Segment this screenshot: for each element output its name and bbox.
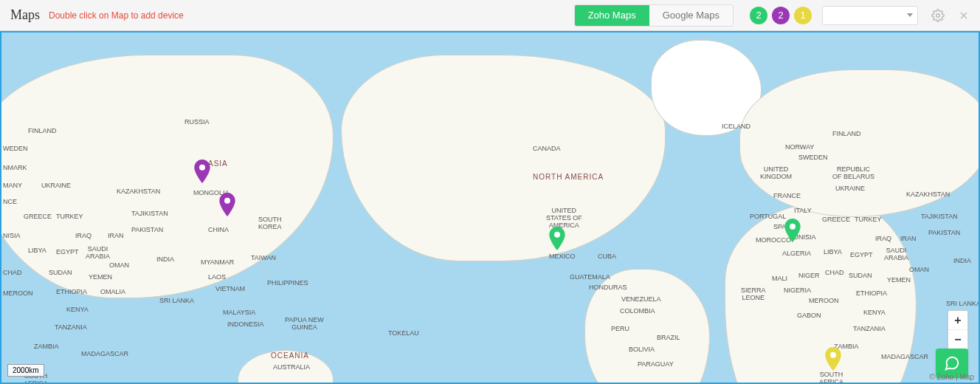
- badge-green[interactable]: 2: [750, 7, 767, 24]
- marker-china[interactable]: [219, 193, 235, 216]
- badge-purple[interactable]: 2: [772, 7, 790, 24]
- close-button[interactable]: [958, 10, 970, 21]
- settings-button[interactable]: [931, 9, 945, 22]
- svg-point-5: [554, 232, 560, 238]
- close-icon: [958, 10, 970, 21]
- badge-yellow[interactable]: 1: [794, 7, 812, 24]
- svg-point-6: [790, 224, 796, 230]
- svg-point-4: [224, 198, 230, 204]
- zoom-control: + −: [948, 310, 968, 350]
- marker-mongolia[interactable]: [194, 160, 210, 183]
- status-badges: 2 2 1: [750, 7, 812, 24]
- filter-dropdown[interactable]: [822, 6, 918, 25]
- google-maps-tab[interactable]: Google Maps: [649, 5, 733, 26]
- scale-bar: 2000km: [7, 364, 44, 377]
- chat-icon: [944, 355, 960, 371]
- chevron-down-icon: [907, 13, 913, 17]
- svg-point-3: [199, 165, 205, 171]
- svg-point-7: [830, 352, 836, 358]
- marker-mexico[interactable]: [549, 227, 565, 250]
- zoom-in-button[interactable]: +: [948, 311, 967, 330]
- hint-text: Double click on Map to add device: [49, 10, 184, 21]
- zoho-maps-tab[interactable]: Zoho Maps: [575, 5, 649, 26]
- header-bar: Maps Double click on Map to add device Z…: [0, 0, 980, 31]
- land-africa: [725, 202, 917, 384]
- gear-icon: [931, 9, 945, 22]
- world-map[interactable]: ASIA NORTH AMERICA OCEANIA RUSSIA FINLAN…: [0, 31, 980, 384]
- marker-north-africa[interactable]: [784, 219, 801, 242]
- page-title: Maps: [10, 7, 40, 23]
- marker-south-africa[interactable]: [825, 347, 841, 371]
- zoom-out-button[interactable]: −: [948, 330, 967, 349]
- map-source-toggle: Zoho Maps Google Maps: [574, 4, 734, 27]
- svg-point-0: [936, 13, 940, 17]
- map-attribution: © Zoho | Map: [929, 373, 974, 381]
- land-europe: [739, 69, 980, 217]
